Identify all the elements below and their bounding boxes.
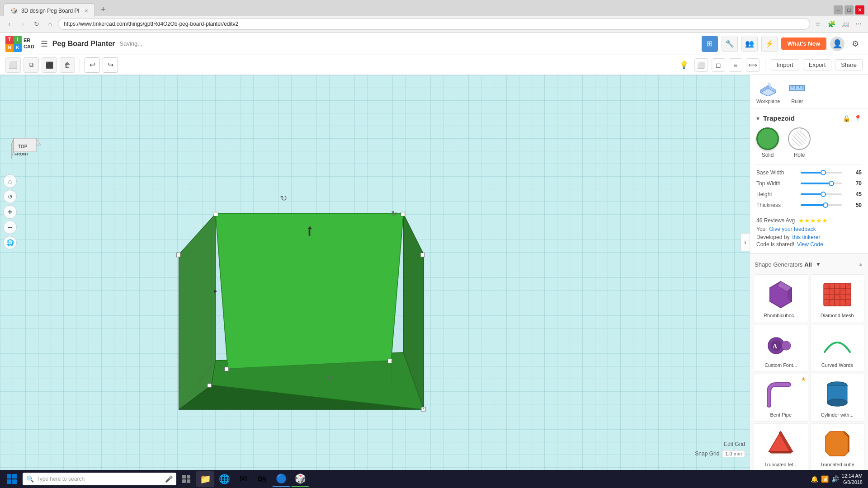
select-tool[interactable]: ⬜ [5, 57, 21, 73]
shape-item-cylinder[interactable]: Cylinder with... [810, 374, 865, 422]
view-toggle-2[interactable]: ◻ [712, 58, 725, 72]
shape-item-truncated-cube[interactable]: Truncated cube [810, 423, 865, 470]
shape-item-bent-pipe[interactable]: ★ Bent Pipe [754, 374, 808, 422]
solid-mode-btn[interactable]: Solid [756, 127, 779, 158]
light-icon[interactable]: 💡 [677, 58, 691, 72]
voice-search-icon[interactable]: 🎤 [165, 475, 173, 483]
shape-gen-dropdown-icon[interactable]: ▼ [813, 259, 824, 270]
nav-home[interactable]: ⌂ [44, 18, 56, 30]
clock-time: 12:14 AM [842, 473, 863, 479]
delete-tool[interactable]: 🗑 [60, 57, 75, 73]
base-width-value[interactable]: 45 [845, 169, 862, 176]
nav-extensions[interactable]: 🧩 [826, 18, 837, 30]
thickness-value[interactable]: 50 [845, 202, 862, 208]
nav-hubspot[interactable]: 📖 [839, 18, 851, 30]
menu-icon[interactable]: ☰ [41, 39, 48, 49]
network-icon[interactable]: 📶 [821, 475, 829, 483]
view-toggle-1[interactable]: ⬜ [694, 58, 708, 72]
world-view-btn[interactable]: 🌐 [3, 236, 17, 249]
nav-back[interactable]: ‹ [4, 18, 15, 30]
export-btn[interactable]: Export [803, 59, 832, 70]
tab-close-icon[interactable]: × [85, 7, 88, 14]
browser-taskbar-btn[interactable]: 🔵 [272, 471, 290, 487]
shape-item-rhombicuboc[interactable]: Rhombicuboc... [754, 274, 808, 322]
height-label: Height [756, 191, 797, 197]
sim-btn[interactable]: ⚡ [761, 36, 778, 52]
lock-icon[interactable]: 🔒 [843, 115, 850, 122]
hole-mode-btn[interactable]: Hole [788, 127, 811, 158]
feedback-link[interactable]: Give your feedback [769, 226, 816, 232]
import-btn[interactable]: Import [771, 59, 799, 70]
copy-tool[interactable]: ⧉ [24, 57, 39, 73]
scroll-up-btn[interactable]: ▲ [858, 261, 863, 267]
datetime-display[interactable]: 12:14 AM 6/8/2018 [842, 473, 863, 486]
start-btn[interactable] [2, 471, 22, 487]
viewport-area[interactable]: ↻ ↻ ↻ TOP FRONT ⌂ ↺ + − [0, 75, 750, 470]
reset-view-btn[interactable]: ↺ [3, 190, 17, 203]
base-width-slider[interactable] [801, 172, 842, 174]
active-tab[interactable]: 🎲 3D design Peg Board Pl × [4, 3, 95, 17]
address-bar[interactable]: https://www.tinkercad.com/things/gptfRd4… [58, 18, 810, 30]
developed-by-label: Developed by [756, 234, 789, 240]
shape-item-custom-font[interactable]: A Custom Font... [754, 324, 808, 372]
build-btn[interactable]: 🔧 [722, 36, 738, 52]
edge-btn[interactable]: 🌐 [215, 471, 233, 487]
height-value[interactable]: 45 [845, 191, 862, 197]
app-container: T I N K ERCAD ☰ Peg Board Planter Saving… [0, 33, 868, 470]
whats-new-btn[interactable]: What's New [781, 38, 826, 50]
community-btn[interactable]: 👥 [741, 36, 758, 52]
workplane-icon [758, 80, 778, 97]
thickness-slider[interactable] [801, 204, 842, 206]
toolbar-divider-2 [765, 59, 765, 71]
developer-link[interactable]: this tinkerer [792, 234, 820, 240]
app-logo[interactable]: T I N K ERCAD [5, 36, 34, 52]
developed-by-row: Developed by this tinkerer [756, 234, 862, 240]
store-btn[interactable]: 🛍 [253, 471, 271, 487]
wb-section: Workplane Ruler [750, 75, 868, 109]
mail-btn[interactable]: ✉ [234, 471, 252, 487]
shape-item-truncated-tet[interactable]: Truncated tet... [754, 423, 808, 470]
share-btn[interactable]: Share [835, 59, 863, 70]
location-icon[interactable]: 📍 [854, 115, 862, 122]
truncated-cube-thumb [817, 427, 858, 460]
align-tool[interactable]: ≡ [729, 58, 742, 72]
nav-refresh[interactable]: ↻ [31, 18, 42, 30]
bent-pipe-name: Bent Pipe [770, 412, 792, 418]
redo-tool[interactable]: ↪ [103, 57, 118, 73]
workplane-item[interactable]: Workplane [756, 80, 780, 104]
ruler-item[interactable]: Ruler [787, 80, 807, 104]
view-code-link[interactable]: View Code [797, 241, 823, 248]
edit-grid-btn[interactable]: Edit Grid [724, 441, 745, 447]
top-width-value[interactable]: 70 [845, 180, 862, 187]
mirror-tool[interactable]: ⟺ [746, 58, 760, 72]
top-width-slider[interactable] [801, 183, 842, 184]
view-cube-container[interactable]: TOP FRONT [5, 125, 45, 170]
group-tool[interactable]: ⬛ [42, 57, 57, 73]
close-btn[interactable]: ✕ [855, 5, 864, 14]
taskview-btn[interactable] [177, 471, 195, 487]
shape-item-curved-words[interactable]: Curved Words [810, 324, 865, 372]
shape-item-diamond-mesh[interactable]: Diamond Mesh [810, 274, 865, 322]
maximize-btn[interactable]: □ [844, 5, 854, 14]
sound-icon[interactable]: 🔊 [831, 475, 839, 483]
undo-tool[interactable]: ↩ [85, 57, 100, 73]
collapse-icon[interactable]: ▾ [756, 115, 760, 122]
snap-value[interactable]: 1.0 mm [722, 450, 745, 457]
settings-gear-icon[interactable]: ⚙ [848, 37, 863, 51]
taskbar-search-box[interactable]: 🔍 Type here to search 🎤 [23, 473, 176, 485]
nav-star[interactable]: ☆ [812, 18, 824, 30]
home-view-btn[interactable]: ⌂ [3, 174, 17, 188]
project-name[interactable]: Peg Board Planter [52, 40, 115, 48]
zoom-in-btn[interactable]: + [3, 205, 17, 219]
nav-forward[interactable]: › [17, 18, 29, 30]
notification-icon[interactable]: 🔔 [811, 475, 818, 483]
user-avatar[interactable]: 👤 [830, 37, 844, 51]
new-tab-btn[interactable]: + [97, 4, 109, 16]
nav-more[interactable]: ⋯ [853, 18, 864, 30]
tinkercad-taskbar-btn[interactable]: 🎲 [291, 471, 309, 487]
explorer-btn[interactable]: 📁 [196, 471, 214, 487]
minimize-btn[interactable]: ─ [834, 5, 843, 14]
grid-view-btn[interactable]: ⊞ [702, 36, 718, 52]
zoom-out-btn[interactable]: − [3, 221, 17, 234]
height-slider[interactable] [801, 193, 842, 195]
